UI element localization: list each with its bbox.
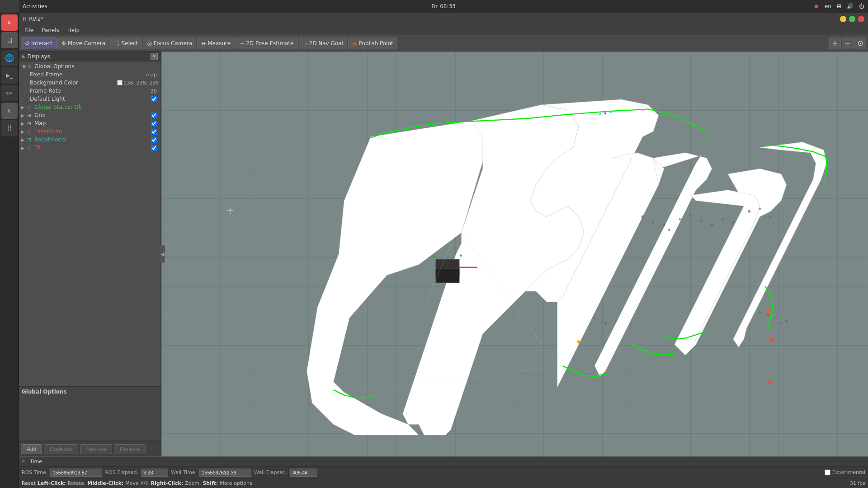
wall-time-input[interactable] (199, 469, 251, 477)
grid-row[interactable]: ▶ ⊞ Grid (19, 111, 160, 119)
rename-button[interactable]: Rename (114, 444, 146, 454)
robotmodel-checkbox[interactable] (151, 137, 157, 143)
robotmodel-arrow: ▶ (21, 137, 27, 142)
3d-viewport[interactable] (161, 52, 868, 456)
fixed-frame-label: Fixed Frame (30, 71, 146, 78)
ros-time-input[interactable] (50, 469, 102, 477)
button-bar: Add Duplicate Remove Rename (19, 441, 160, 456)
map-icon: ⊟ (27, 121, 33, 127)
app-icon: R (23, 16, 26, 22)
map-visualization (161, 52, 868, 456)
tf-row[interactable]: ▶ ◎ TF (19, 144, 160, 152)
measure-button[interactable]: ↔ Measure (197, 38, 235, 49)
window-controls (840, 16, 864, 22)
svg-point-34 (770, 338, 773, 341)
global-status-row[interactable]: ▶ ✓ Global Status: Ok (19, 103, 160, 111)
default-light-checkbox[interactable] (151, 96, 157, 102)
record-icon[interactable]: ⏺ (814, 3, 819, 9)
sidebar-icon-browser[interactable]: 🌐 (1, 50, 18, 66)
close-button[interactable] (858, 16, 864, 22)
svg-point-27 (615, 319, 617, 322)
wall-elapsed-input[interactable] (290, 469, 317, 477)
interact-label: Interact (31, 40, 52, 47)
power-icon[interactable]: ⏻ (859, 3, 864, 9)
background-color-row[interactable]: Background Color 238; 238; 236 (19, 79, 160, 87)
svg-point-35 (768, 381, 771, 385)
time-panel: ROS Time: ROS Elapsed: Wall Time: Wall E… (19, 466, 868, 478)
nav-goal-label: 2D Nav Goal (309, 40, 343, 47)
robotmodel-label: RobotModel (34, 136, 151, 143)
interact-button[interactable]: ↺ Interact (21, 38, 57, 49)
add-button[interactable]: Add (21, 444, 42, 454)
publish-point-icon: ◉ (352, 40, 357, 47)
pose-estimate-icon: → (240, 40, 244, 47)
global-status-arrow: ▶ (21, 105, 27, 110)
laserscan-label: LaserScan (34, 128, 151, 135)
reset-button[interactable]: Reset (22, 480, 36, 486)
select-label: Select (121, 40, 138, 47)
menu-help[interactable]: Help (64, 26, 83, 34)
map-row[interactable]: ▶ ⊟ Map (19, 119, 160, 127)
publish-point-button[interactable]: ◉ Publish Point (348, 38, 397, 49)
fixed-frame-row[interactable]: Fixed Frame map (19, 70, 160, 79)
global-options-row[interactable]: ▼ ⚙ Global Options (19, 62, 160, 70)
properties-title: Global Options (22, 389, 158, 395)
activities-icon[interactable]: A (1, 14, 18, 31)
pose-estimate-button[interactable]: → 2D Pose Estimate (236, 38, 297, 49)
fps-display: 31 fps (850, 480, 865, 486)
sidebar-icon-rviz[interactable]: R (1, 103, 18, 119)
grid-checkbox[interactable] (151, 113, 157, 118)
svg-point-13 (652, 221, 655, 223)
tf-arrow: ▶ (21, 145, 27, 150)
maximize-button[interactable] (849, 16, 855, 22)
zoom-in-button[interactable]: + (829, 38, 841, 49)
focus-camera-button[interactable]: ◎ Focus Camera (143, 38, 196, 49)
frame-rate-row[interactable]: Frame Rate 30 (19, 87, 160, 95)
move-camera-icon: ✥ (61, 40, 66, 47)
remove-button[interactable]: Remove (80, 444, 112, 454)
sidebar-icon-edit[interactable]: ✏ (1, 85, 18, 101)
reset-view-button[interactable]: ⊙ (854, 38, 866, 49)
menu-panels[interactable]: Panels (38, 26, 63, 34)
measure-icon: ↔ (201, 40, 206, 47)
system-bar-right: ⏺ en ⊞ 🔊 ⏻ (814, 3, 864, 9)
locale-indicator[interactable]: en (825, 3, 831, 9)
robotmodel-row[interactable]: ▶ ⊞ RobotModel (19, 136, 160, 144)
map-checkbox[interactable] (151, 121, 157, 127)
tf-checkbox[interactable] (151, 145, 157, 151)
select-button[interactable]: ⬚ Select (110, 38, 142, 49)
duplicate-button[interactable]: Duplicate (44, 444, 78, 454)
svg-rect-38 (436, 269, 459, 283)
sidebar-icon-terminal[interactable]: ▶_ (1, 67, 18, 84)
window-title: RViz* (29, 16, 43, 22)
panel-collapse-button[interactable]: ◀ (160, 245, 165, 263)
activities-label[interactable]: Activities (23, 3, 47, 9)
svg-point-20 (722, 218, 724, 221)
svg-point-17 (689, 214, 692, 217)
zoom-out-button[interactable]: − (842, 38, 854, 49)
move-camera-button[interactable]: ✥ Move Camera (57, 38, 109, 49)
nav-goal-button[interactable]: ⇒ 2D Nav Goal (299, 38, 347, 49)
svg-point-9 (604, 112, 607, 114)
sidebar-icon-dots[interactable]: ⠿ (1, 120, 18, 136)
minimize-button[interactable] (840, 16, 846, 22)
ros-elapsed-input[interactable] (141, 469, 168, 477)
default-light-label: Default Light (30, 96, 151, 102)
right-click-action: Zoom. (185, 480, 201, 486)
default-light-row[interactable]: Default Light (19, 95, 160, 103)
menu-file[interactable]: File (21, 26, 37, 34)
grid-icon: ⊞ (27, 113, 33, 118)
experimental-checkbox[interactable] (825, 469, 830, 475)
laserscan-checkbox[interactable] (151, 129, 157, 135)
right-click-key: Right-Click: (151, 480, 184, 486)
map-arrow: ▶ (21, 121, 27, 126)
network-icon: ⊞ (837, 3, 841, 9)
volume-icon[interactable]: 🔊 (847, 3, 854, 9)
sidebar-icon-files[interactable]: 🖥 (1, 32, 18, 48)
svg-point-32 (785, 319, 788, 322)
displays-close-button[interactable]: ✕ (151, 53, 158, 60)
laserscan-row[interactable]: ▶ ◎ LaserScan (19, 127, 160, 136)
svg-point-22 (748, 210, 750, 213)
svg-point-18 (700, 220, 703, 222)
frame-rate-label: Frame Rate (30, 88, 151, 94)
